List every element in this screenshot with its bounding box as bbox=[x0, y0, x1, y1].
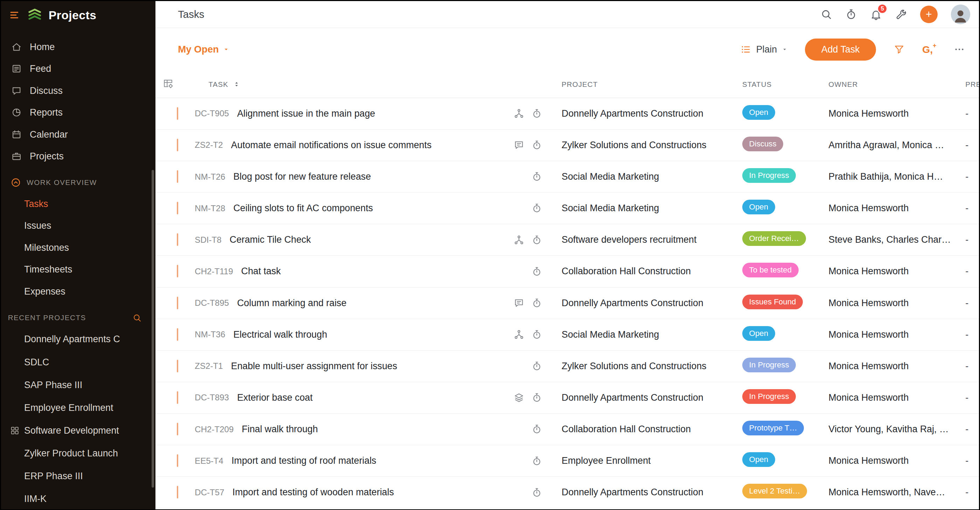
task-name[interactable]: Column marking and raise bbox=[237, 298, 346, 309]
sidebar-project-item[interactable]: Donnelly Apartments C bbox=[1, 328, 156, 351]
global-timer-icon[interactable] bbox=[845, 8, 857, 20]
task-checkbox[interactable] bbox=[177, 454, 178, 467]
task-checkbox[interactable] bbox=[177, 233, 178, 246]
task-checkbox[interactable] bbox=[177, 391, 178, 404]
task-checkbox[interactable] bbox=[177, 297, 178, 309]
timer-icon[interactable] bbox=[531, 361, 542, 371]
header-status[interactable]: STATUS bbox=[742, 80, 828, 89]
owner-cell[interactable]: Monica Hemsworth bbox=[828, 203, 965, 214]
task-filter-dropdown[interactable]: My Open bbox=[178, 44, 229, 55]
sidebar-nav-item[interactable]: Home bbox=[1, 36, 156, 58]
timer-icon[interactable] bbox=[531, 235, 542, 245]
comment-icon[interactable] bbox=[514, 140, 524, 150]
sidebar-project-item[interactable]: Zylker Product Launch bbox=[1, 442, 156, 465]
header-project[interactable]: PROJECT bbox=[562, 80, 742, 89]
project-cell[interactable]: Donnelly Apartments Construction bbox=[562, 392, 742, 403]
sidebar-item[interactable]: Timesheets bbox=[1, 258, 156, 280]
owner-cell[interactable]: Victor Young, Kavitha Raj, … bbox=[828, 424, 965, 435]
project-cell[interactable]: Donnelly Apartments Construction bbox=[562, 487, 742, 498]
sidebar-nav-item[interactable]: Calendar bbox=[1, 124, 156, 145]
task-checkbox[interactable] bbox=[177, 265, 178, 277]
sidebar-item[interactable]: Expenses bbox=[1, 280, 156, 302]
project-cell[interactable]: Social Media Marketing bbox=[562, 329, 742, 340]
task-checkbox[interactable] bbox=[177, 107, 178, 120]
project-cell[interactable]: Zylker Solutions and Constructions bbox=[562, 140, 742, 151]
sidebar-item[interactable]: Milestones bbox=[1, 237, 156, 258]
task-name[interactable]: Import and testing of wooden materials bbox=[232, 487, 394, 498]
timer-icon[interactable] bbox=[531, 140, 542, 150]
filter-icon[interactable] bbox=[894, 44, 905, 55]
task-checkbox[interactable] bbox=[177, 170, 178, 183]
view-type-dropdown[interactable]: Plain bbox=[740, 44, 788, 55]
sidebar-scrollbar[interactable] bbox=[152, 170, 154, 488]
timer-icon[interactable] bbox=[531, 487, 542, 498]
status-badge[interactable]: Discuss bbox=[742, 137, 783, 151]
project-cell[interactable]: Zylker Solutions and Constructions bbox=[562, 361, 742, 371]
project-cell[interactable]: Software developers recruitment bbox=[562, 234, 742, 245]
task-name[interactable]: Chat task bbox=[241, 266, 281, 277]
owner-cell[interactable]: Prathik Bathija, Monica H… bbox=[828, 171, 965, 182]
sidebar-project-item[interactable]: SDLC bbox=[1, 351, 156, 374]
sidebar-project-item[interactable]: SAP Phase III bbox=[1, 374, 156, 397]
timer-icon[interactable] bbox=[531, 108, 542, 119]
user-avatar[interactable] bbox=[951, 5, 970, 24]
search-icon[interactable] bbox=[820, 8, 832, 20]
task-name[interactable]: Automate email notifications on issue co… bbox=[231, 140, 432, 151]
task-name[interactable]: Blog post for new feature release bbox=[234, 171, 371, 182]
timer-icon[interactable] bbox=[531, 171, 542, 182]
timer-icon[interactable] bbox=[531, 456, 542, 466]
task-checkbox[interactable] bbox=[177, 202, 178, 214]
task-name[interactable]: Ceramic Tile Check bbox=[230, 234, 311, 245]
task-name[interactable]: Final walk through bbox=[242, 424, 318, 435]
status-badge[interactable]: Open bbox=[742, 326, 775, 341]
app-logo-icon[interactable] bbox=[27, 7, 43, 23]
owner-cell[interactable]: Monica Hemsworth bbox=[828, 266, 965, 277]
layers-icon[interactable] bbox=[514, 392, 524, 403]
more-options-icon[interactable] bbox=[954, 44, 965, 55]
sidebar-nav-item[interactable]: Reports bbox=[1, 102, 156, 123]
status-badge[interactable]: Order Recei… bbox=[742, 231, 806, 246]
project-cell[interactable]: Collaboration Hall Construction bbox=[562, 266, 742, 277]
task-name[interactable]: Import and testing of roof materials bbox=[231, 455, 376, 466]
sidebar-item[interactable]: Tasks bbox=[1, 193, 156, 215]
gantt-view-button[interactable]: G, + bbox=[922, 45, 937, 55]
task-checkbox[interactable] bbox=[177, 486, 178, 499]
status-badge[interactable]: In Progress bbox=[742, 168, 796, 183]
task-checkbox[interactable] bbox=[177, 423, 178, 435]
sidebar-item[interactable]: Issues bbox=[1, 215, 156, 236]
status-badge[interactable]: In Progress bbox=[742, 358, 796, 372]
owner-cell[interactable]: Amritha Agrawal, Monica … bbox=[828, 140, 965, 151]
owner-cell[interactable]: Monica Hemsworth bbox=[828, 455, 965, 466]
subtask-icon[interactable] bbox=[514, 108, 524, 119]
project-cell[interactable]: Donnelly Apartments Construction bbox=[562, 108, 742, 119]
task-name[interactable]: Exterior base coat bbox=[237, 392, 313, 403]
owner-cell[interactable]: Monica Hemsworth bbox=[828, 392, 965, 403]
project-cell[interactable]: Employee Enrollment bbox=[562, 455, 742, 466]
owner-cell[interactable]: Steve Banks, Charles Char… bbox=[828, 234, 965, 245]
status-badge[interactable]: Open bbox=[742, 200, 775, 214]
timer-icon[interactable] bbox=[531, 329, 542, 340]
sidebar-nav-item[interactable]: Projects bbox=[1, 145, 156, 167]
project-cell[interactable]: Donnelly Apartments Construction bbox=[562, 298, 742, 309]
sidebar-project-item[interactable]: Employee Enrollment bbox=[1, 397, 156, 419]
task-name[interactable]: Enable multi-user assignment for issues bbox=[231, 361, 398, 371]
subtask-icon[interactable] bbox=[514, 235, 524, 245]
project-cell[interactable]: Social Media Marketing bbox=[562, 171, 742, 182]
task-name[interactable]: Alignment issue in the main page bbox=[237, 108, 375, 119]
menu-icon[interactable] bbox=[9, 9, 21, 21]
status-badge[interactable]: Open bbox=[742, 105, 775, 120]
quick-add-button[interactable] bbox=[920, 6, 938, 23]
timer-icon[interactable] bbox=[531, 392, 542, 403]
sidebar-project-item[interactable]: IIM-K bbox=[1, 488, 156, 509]
sidebar-nav-item[interactable]: Feed bbox=[1, 58, 156, 80]
status-badge[interactable]: Prototype T… bbox=[742, 421, 804, 435]
task-checkbox[interactable] bbox=[177, 360, 178, 372]
collapse-section-icon[interactable] bbox=[11, 177, 21, 188]
header-task[interactable]: TASK bbox=[195, 80, 562, 89]
task-checkbox[interactable] bbox=[177, 328, 178, 341]
status-badge[interactable]: To be tested bbox=[742, 263, 799, 277]
status-badge[interactable]: Issues Found bbox=[742, 295, 803, 309]
owner-cell[interactable]: Monica Hemsworth bbox=[828, 108, 965, 119]
owner-cell[interactable]: Monica Hemsworth, Nave… bbox=[828, 487, 965, 498]
project-search-icon[interactable] bbox=[132, 313, 142, 323]
